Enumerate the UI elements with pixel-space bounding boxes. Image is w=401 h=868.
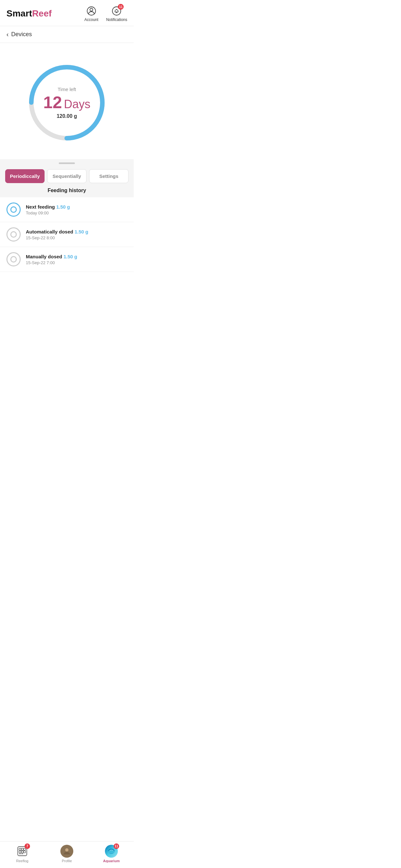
history-item-title: Manually dosed 1.50 g <box>26 254 77 259</box>
history-item-time: 15-Sep-22 8:00 <box>26 236 88 240</box>
history-item: Automatically dosed 1.50 g 15-Sep-22 8:0… <box>0 222 134 247</box>
history-item-name: Manually dosed <box>26 254 64 259</box>
back-button[interactable]: ‹ <box>6 31 9 38</box>
logo-reef: Reef <box>32 8 52 19</box>
gauge-days-text: Days <box>64 97 90 111</box>
tab-sequentially[interactable]: Sequentially <box>47 169 87 183</box>
account-label: Account <box>84 18 98 22</box>
notifications-label: Notifications <box>106 18 127 22</box>
feeding-history-title: Feeding history <box>0 188 134 197</box>
history-item: Next feeding 1.50 g Today 09:00 <box>0 197 134 222</box>
breadcrumb: ‹ Devices <box>0 26 134 43</box>
history-item-amount: 1.50 g <box>64 254 78 259</box>
history-icon-inner <box>10 231 17 238</box>
breadcrumb-title: Devices <box>11 31 32 38</box>
tab-settings[interactable]: Settings <box>89 169 128 183</box>
account-icon <box>86 5 97 17</box>
gauge-section: 75% Time left 12 Days 120.00 g <box>0 43 134 159</box>
tab-row: Periodiccally Sequentially Settings <box>5 169 128 183</box>
history-icon-active <box>6 203 21 217</box>
notifications-button[interactable]: 11 Notifications <box>106 5 127 22</box>
tab-section: Periodiccally Sequentially Settings <box>0 164 134 183</box>
svg-point-1 <box>90 8 93 11</box>
sheet-handle <box>59 162 75 164</box>
history-item-title: Next feeding 1.50 g <box>26 204 70 210</box>
app-header: SmartReef Account 11 <box>0 0 134 26</box>
notifications-icon: 11 <box>111 5 122 17</box>
gauge-days-row: 12 Days <box>43 93 90 112</box>
history-icon-inactive <box>6 252 21 267</box>
history-item: Manually dosed 1.50 g 15-Sep-22 7:00 <box>0 247 134 272</box>
account-button[interactable]: Account <box>84 5 98 22</box>
history-icon-inactive <box>6 227 21 242</box>
header-actions: Account 11 Notifications <box>84 5 127 22</box>
gauge-number: 12 <box>43 93 62 112</box>
history-content: Automatically dosed 1.50 g 15-Sep-22 8:0… <box>26 229 88 240</box>
notifications-badge: 11 <box>118 4 124 10</box>
sheet-handle-area <box>0 159 134 164</box>
history-icon-inner <box>10 206 17 213</box>
history-content: Manually dosed 1.50 g 15-Sep-22 7:00 <box>26 254 77 265</box>
history-item-name: Automatically dosed <box>26 229 74 235</box>
history-list: Next feeding 1.50 g Today 09:00 Automati… <box>0 197 134 272</box>
tab-periodiccally[interactable]: Periodiccally <box>5 169 44 183</box>
history-content: Next feeding 1.50 g Today 09:00 <box>26 204 70 215</box>
gauge-container: Time left 12 Days 120.00 g <box>25 61 109 145</box>
app-logo: SmartReef <box>6 8 52 19</box>
history-item-amount: 1.50 g <box>56 204 70 210</box>
history-item-amount: 1.50 g <box>74 229 89 235</box>
gauge-center: Time left 12 Days 120.00 g <box>43 87 90 119</box>
logo-smart: Smart <box>6 8 32 19</box>
history-icon-inner <box>10 256 17 262</box>
history-item-name: Next feeding <box>26 204 56 210</box>
history-item-time: 15-Sep-22 7:00 <box>26 260 77 265</box>
gauge-time-left: Time left <box>43 87 90 92</box>
history-item-title: Automatically dosed 1.50 g <box>26 229 88 235</box>
gauge-weight: 120.00 g <box>43 113 90 119</box>
history-item-time: Today 09:00 <box>26 211 70 215</box>
history-section: Feeding history Next feeding 1.50 g Toda… <box>0 183 134 272</box>
